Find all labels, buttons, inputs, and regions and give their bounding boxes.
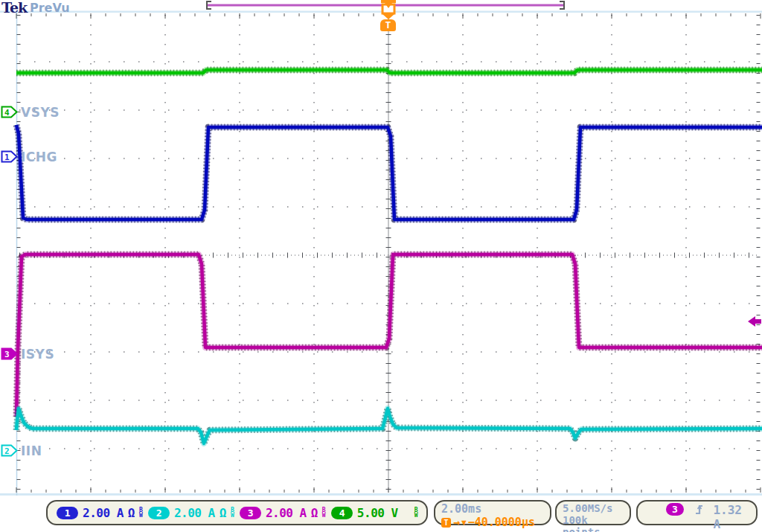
arrow-right-icon: → — [453, 516, 460, 529]
trigger-position-badge[interactable]: T — [380, 19, 396, 31]
ch4-badge: 4 — [331, 507, 353, 519]
ch1-coupling-icon: Ω — [128, 506, 135, 520]
svg-text:4: 4 — [4, 108, 10, 118]
channel-4-marker[interactable]: 4 — [1, 106, 19, 118]
sample-rate: 5.00MS/s — [563, 502, 624, 514]
acquisition-readout[interactable]: 5.00MS/s 100k points — [555, 500, 631, 525]
ch2-settings[interactable]: 2 2.00 A Ω BW — [148, 506, 234, 520]
channel-2-marker[interactable]: 2 — [1, 444, 19, 457]
channel-1-name: ICHG — [21, 150, 57, 164]
ch3-coupling-icon: Ω — [311, 506, 318, 520]
ch4-settings[interactable]: 4 5.00 V BW — [331, 506, 417, 520]
record-length: 100k points — [563, 514, 624, 532]
channel-3-marker[interactable]: 3 — [1, 347, 19, 360]
trigger-level-value: 1.32 A — [713, 503, 749, 531]
trigger-readout[interactable]: 3 1.32 A — [636, 500, 758, 525]
trigger-t-icon: T — [441, 518, 451, 528]
waveform-display — [0, 0, 762, 532]
rising-edge-icon — [694, 503, 703, 516]
ch2-coupling-icon: Ω — [220, 506, 226, 520]
ch4-scale: 5.00 V — [357, 506, 398, 520]
ch1-scale: 2.00 A — [83, 506, 124, 520]
tek-logo: Tek — [1, 0, 27, 16]
ch1-badge: 1 — [57, 507, 78, 519]
ch3-bandwidth-icon: BW — [322, 507, 325, 518]
channel-2-name: IIN — [21, 443, 42, 458]
acquisition-mode-label: PreVu — [30, 1, 70, 15]
ch1-settings[interactable]: 1 2.00 A Ω BW — [57, 506, 142, 520]
ch2-badge: 2 — [148, 507, 170, 519]
trigger-position-readout: T→▼−40.0000µs — [441, 516, 544, 529]
ch3-scale: 2.00 A — [266, 506, 307, 520]
ch3-settings[interactable]: 3 2.00 A Ω BW — [240, 506, 325, 520]
timebase-readout[interactable]: 2.00ms T→▼−40.0000µs — [434, 500, 551, 525]
svg-text:3: 3 — [4, 350, 10, 359]
ch4-bandwidth-icon: BW — [414, 507, 417, 518]
timebase-scale: 2.00ms — [441, 502, 544, 516]
ch3-badge: 3 — [240, 507, 261, 519]
channel-4-name: VSYS — [21, 105, 60, 120]
svg-text:1: 1 — [4, 153, 10, 162]
ch2-bandwidth-icon: BW — [231, 507, 234, 518]
channel-settings-readout[interactable]: 1 2.00 A Ω BW 2 2.00 A Ω BW 3 2.00 A Ω B… — [46, 500, 428, 525]
channel-1-marker[interactable]: 1 — [1, 150, 19, 163]
channel-3-name: ISYS — [21, 347, 54, 362]
trigger-source-badge: 3 — [666, 503, 684, 516]
svg-text:2: 2 — [4, 446, 10, 456]
trigger-position-value: −40.0000µs — [468, 516, 535, 529]
triangle-down-icon: ▼ — [461, 518, 467, 528]
ch1-bandwidth-icon: BW — [139, 507, 142, 518]
ch2-scale: 2.00 A — [174, 506, 215, 520]
